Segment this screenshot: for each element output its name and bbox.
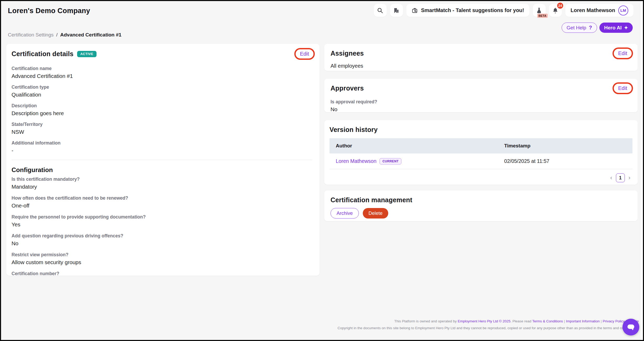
field-mandatory: Is this certification mandatory? Mandato… [12, 176, 313, 190]
configuration-title: Configuration [12, 166, 313, 174]
smartmatch-label: SmartMatch - Talent suggestions for you! [421, 7, 524, 13]
current-version-badge: CURRENT [380, 158, 401, 164]
notifications-button[interactable]: 24 [549, 4, 562, 17]
beta-badge: BETA [537, 14, 548, 18]
footer-line-1: This Platform is owned and operated by E… [338, 318, 639, 325]
field-supporting-documentation: Require the personnel to provide support… [12, 214, 313, 228]
breadcrumb: Certification Settings / Advanced Certif… [8, 32, 121, 38]
breadcrumb-certification-settings[interactable]: Certification Settings [8, 32, 54, 38]
details-card-title: Certification details [12, 50, 73, 58]
important-information-link[interactable]: Important Information [566, 319, 600, 323]
hero-ai-button[interactable]: Hero AI ✦ [599, 23, 633, 33]
certification-details-card: Certification details ACTIVE Edit Certif… [6, 44, 320, 276]
building-icon [393, 7, 400, 14]
author-link[interactable]: Loren Mathewson [336, 158, 376, 164]
field-driving-offences: Add question regarding previous driving … [12, 233, 313, 247]
section-divider [12, 160, 312, 160]
assignees-card: Assignees Edit All employees [324, 44, 638, 71]
approvers-card: Approvers Edit Is approval required? No [324, 79, 638, 112]
next-page-button[interactable]: › [629, 175, 630, 181]
breadcrumb-separator: / [56, 32, 57, 38]
avatar-initials: LM [620, 8, 626, 13]
column-header-timestamp: Timestamp [504, 143, 626, 149]
organisation-button[interactable] [390, 4, 403, 17]
breadcrumb-current: Advanced Certification #1 [60, 32, 121, 38]
get-help-label: Get Help [567, 25, 586, 31]
chat-bubble-icon [626, 322, 636, 332]
edit-annotation-circle: Edit [294, 48, 315, 60]
management-title: Certification management [331, 196, 631, 204]
field-certification-name: Certification name Advanced Certificatio… [12, 66, 313, 79]
field-renewal: How often does the certification need to… [12, 195, 313, 209]
edit-annotation-circle: Edit [613, 47, 633, 59]
smartmatch-button[interactable]: SmartMatch - Talent suggestions for you! [406, 4, 529, 17]
edit-assignees-button[interactable]: Edit [618, 50, 627, 56]
page-number-button[interactable]: 1 [616, 173, 625, 182]
version-history-title: Version history [329, 126, 632, 134]
get-help-button[interactable]: Get Help ? [562, 23, 597, 33]
field-description: Description Description goes here [12, 103, 313, 117]
scrollbar-track[interactable] [640, 1, 643, 340]
edit-details-button[interactable]: Edit [300, 51, 309, 57]
column-header-author: Author [336, 143, 504, 149]
top-header: Loren's Demo Company SmartMatch - Talent… [1, 1, 643, 27]
archive-button[interactable]: Archive [331, 208, 359, 219]
assignees-value: All employees [331, 63, 631, 69]
footer-line-2: Copyright in the documents on this site … [338, 325, 639, 332]
field-approval-required: Is approval required? No [331, 99, 631, 112]
search-icon [377, 7, 383, 14]
briefcase-search-icon [412, 7, 418, 14]
version-history-table: Author Timestamp Loren Mathewson CURRENT… [329, 138, 632, 169]
company-title: Loren's Demo Company [8, 7, 90, 15]
edit-approvers-button[interactable]: Edit [618, 85, 627, 91]
labs-button[interactable]: BETA [533, 4, 546, 17]
table-header-row: Author Timestamp [329, 138, 632, 153]
chat-launcher-button[interactable] [622, 319, 639, 335]
certification-management-card: Certification management Archive Delete [324, 190, 638, 221]
timestamp-cell: 02/05/2025 at 11:57 [504, 158, 626, 164]
status-badge: ACTIVE [77, 51, 96, 57]
delete-button[interactable]: Delete [363, 208, 388, 219]
flask-icon [536, 7, 542, 14]
question-mark-icon: ? [589, 25, 592, 31]
field-certification-number: Certification number? Yes [12, 271, 313, 276]
version-history-card: Version history Author Timestamp Loren M… [324, 120, 638, 185]
pagination: ‹ 1 › [329, 173, 632, 182]
field-state-territory: State/Territory NSW [12, 121, 313, 135]
help-row: Get Help ? Hero AI ✦ [562, 23, 633, 33]
hero-ai-label: Hero AI [604, 25, 622, 31]
field-certification-type: Certification type Qualification [12, 84, 313, 98]
certification-detail-page: Loren's Demo Company SmartMatch - Talent… [0, 0, 644, 341]
legal-footer: This Platform is owned and operated by E… [338, 318, 639, 332]
search-button[interactable] [374, 4, 387, 17]
user-menu-button[interactable]: Loren Mathewson LM [565, 4, 634, 17]
employment-hero-link[interactable]: Employment Hero Pty Ltd © 2025 [458, 319, 510, 323]
field-additional-information: Additional information - [12, 140, 313, 154]
field-restrict-view-permission: Restrict view permission? Allow custom s… [12, 252, 313, 266]
table-row: Loren Mathewson CURRENT 02/05/2025 at 11… [329, 153, 632, 169]
terms-conditions-link[interactable]: Terms & Conditions [532, 319, 563, 323]
configuration-section: Configuration Is this certification mand… [12, 166, 313, 276]
assignees-title: Assignees [331, 50, 364, 57]
sparkle-icon: ✦ [624, 25, 628, 31]
privacy-policy-link[interactable]: Privacy Policy [603, 319, 625, 323]
approvers-title: Approvers [331, 84, 364, 92]
notification-count-badge: 24 [557, 2, 564, 9]
topbar-actions: SmartMatch - Talent suggestions for you!… [374, 4, 634, 17]
user-name: Loren Mathewson [571, 7, 615, 13]
edit-annotation-circle: Edit [613, 82, 633, 94]
previous-page-button[interactable]: ‹ [610, 175, 612, 181]
avatar: LM [618, 6, 628, 15]
